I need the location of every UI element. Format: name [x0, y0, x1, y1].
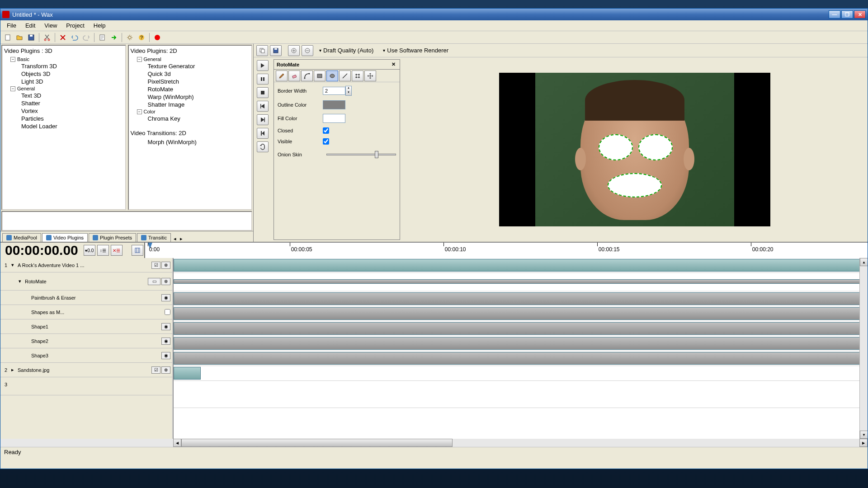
- zoom-out-button[interactable]: [302, 45, 313, 56]
- track-delete-button[interactable]: ⊗: [161, 278, 170, 285]
- tab-scroll-left[interactable]: ◂: [172, 236, 178, 242]
- track-keyframe-button[interactable]: ◉: [161, 338, 170, 345]
- effect-clip[interactable]: [174, 279, 868, 284]
- track-row[interactable]: Shape1 ◉: [0, 319, 172, 334]
- next-frame-button[interactable]: [257, 114, 269, 125]
- tree-item[interactable]: PixelStretch: [147, 78, 252, 85]
- vertical-scrollbar[interactable]: ▲ ▼: [859, 258, 868, 439]
- shapes-mask-checkbox[interactable]: [165, 309, 170, 315]
- track-row[interactable]: 2 ▸ Sandstone.jpg ☑ ⊗: [0, 363, 172, 377]
- delete-button[interactable]: [57, 32, 68, 43]
- renderer-dropdown[interactable]: Use Software Renderer: [379, 46, 452, 55]
- cut-button[interactable]: [42, 32, 52, 43]
- roto-shape-eye-left[interactable]: [599, 134, 633, 160]
- fill-color-swatch[interactable]: [323, 114, 345, 123]
- tab-scroll-right[interactable]: ▸: [178, 236, 184, 242]
- tree-item[interactable]: Chroma Key: [147, 115, 252, 122]
- expand-icon[interactable]: ▾: [9, 262, 16, 268]
- preview-save-button[interactable]: [270, 45, 282, 56]
- tree-item[interactable]: Vortex: [20, 107, 125, 115]
- menu-project[interactable]: Project: [61, 21, 89, 30]
- tree-item[interactable]: Objects 3D: [20, 70, 125, 78]
- minimize-button[interactable]: —: [829, 10, 840, 19]
- scroll-up-button[interactable]: ▲: [860, 258, 868, 266]
- tree-item[interactable]: Texture Generator: [147, 62, 252, 70]
- tree-item[interactable]: Morph (WinMorph): [147, 138, 252, 146]
- track-row[interactable]: Shape3 ◉: [0, 348, 172, 363]
- video-clip[interactable]: [174, 259, 868, 272]
- tracks-content[interactable]: ▲ ▼: [173, 258, 868, 439]
- tab-mediapool[interactable]: MediaPool: [2, 233, 41, 242]
- sub-clip[interactable]: [174, 322, 868, 335]
- new-button[interactable]: [2, 32, 13, 43]
- tree-item[interactable]: Warp (WinMorph): [147, 93, 252, 101]
- eraser-tool[interactable]: [288, 70, 300, 81]
- ellipse-tool[interactable]: [326, 70, 338, 81]
- play-button[interactable]: [257, 60, 269, 71]
- node-tool[interactable]: [352, 70, 363, 81]
- record-button[interactable]: [152, 32, 163, 43]
- track-edit-button[interactable]: ▭: [148, 278, 160, 285]
- close-button[interactable]: ✕: [854, 10, 866, 19]
- expand-icon[interactable]: ▾: [17, 278, 23, 285]
- render-button[interactable]: [108, 32, 119, 43]
- track-keyframe-button[interactable]: ◉: [161, 323, 170, 330]
- track-row[interactable]: 3: [0, 377, 172, 395]
- sub-clip[interactable]: [174, 307, 868, 320]
- quality-dropdown[interactable]: Draft Quality (Auto): [315, 46, 377, 55]
- tree-item[interactable]: Shatter Image: [147, 101, 252, 108]
- move-tool[interactable]: [364, 70, 376, 81]
- zoom-in-button[interactable]: [288, 45, 300, 56]
- tree-group-color[interactable]: −Color: [136, 108, 252, 115]
- timeline-marker-button[interactable]: ↕☰: [97, 245, 109, 256]
- video-preview[interactable]: [402, 57, 868, 242]
- menu-file[interactable]: File: [2, 21, 21, 30]
- tree-item[interactable]: RotoMate: [147, 85, 252, 93]
- tree-item[interactable]: Shatter: [20, 99, 125, 107]
- roto-shape-mouth[interactable]: [608, 173, 662, 197]
- scroll-right-button[interactable]: ▶: [859, 439, 868, 447]
- stop-button[interactable]: [257, 87, 269, 98]
- rotomate-close-button[interactable]: ✕: [390, 61, 397, 67]
- track-keyframe-button[interactable]: ◉: [161, 294, 170, 301]
- track-row[interactable]: Shapes as M...: [0, 305, 172, 319]
- tree-group-general[interactable]: −General: [9, 85, 125, 92]
- settings-button[interactable]: [124, 32, 135, 43]
- tab-video-plugins[interactable]: Video Plugins: [42, 233, 88, 242]
- visible-checkbox[interactable]: [323, 138, 329, 145]
- menu-view[interactable]: View: [40, 21, 61, 30]
- expand-icon[interactable]: ▸: [9, 367, 16, 373]
- tree-item[interactable]: Light 3D: [20, 78, 125, 85]
- pause-button[interactable]: [257, 74, 269, 84]
- track-row[interactable]: Shape2 ◉: [0, 334, 172, 348]
- border-width-spinner[interactable]: ▲▼: [345, 86, 352, 96]
- timeline-clear-button[interactable]: ✕☰: [111, 245, 123, 256]
- tree-item[interactable]: Text 3D: [20, 92, 125, 99]
- scroll-thumb[interactable]: [181, 439, 453, 447]
- tab-plugin-presets[interactable]: Plugin Presets: [89, 233, 136, 242]
- bezier-tool[interactable]: [301, 70, 313, 81]
- track-keyframe-button[interactable]: ◉: [161, 352, 170, 359]
- menu-help[interactable]: Help: [89, 21, 110, 30]
- help-button[interactable]: ?: [136, 32, 147, 43]
- tree-item[interactable]: Quick 3d: [147, 70, 252, 78]
- prev-frame-button[interactable]: [257, 101, 269, 112]
- loop-button[interactable]: [257, 141, 269, 152]
- sub-clip[interactable]: [174, 337, 868, 350]
- track-delete-button[interactable]: ⊗: [161, 366, 170, 374]
- sub-clip[interactable]: [174, 352, 868, 365]
- tree-item[interactable]: Particles: [20, 115, 125, 122]
- sub-clip[interactable]: [174, 292, 868, 305]
- tree-group-basic[interactable]: −Basic: [9, 56, 125, 62]
- goto-start-button[interactable]: [257, 128, 269, 139]
- scroll-down-button[interactable]: ▼: [860, 431, 868, 439]
- maximize-button[interactable]: ❐: [841, 10, 853, 19]
- menu-edit[interactable]: Edit: [21, 21, 40, 30]
- track-row[interactable]: Paintbrush & Eraser ◉: [0, 291, 172, 305]
- open-button[interactable]: [14, 32, 25, 43]
- track-delete-button[interactable]: ⊗: [161, 262, 170, 269]
- timeline-ruler[interactable]: 0:00 00:00:05 00:00:10 00:00:15 00:00:20: [144, 243, 868, 258]
- tree-item[interactable]: Transform 3D: [20, 62, 125, 70]
- timeline-zoom-button[interactable]: ▾0.0: [84, 245, 95, 256]
- track-visible-button[interactable]: ☑: [151, 366, 160, 374]
